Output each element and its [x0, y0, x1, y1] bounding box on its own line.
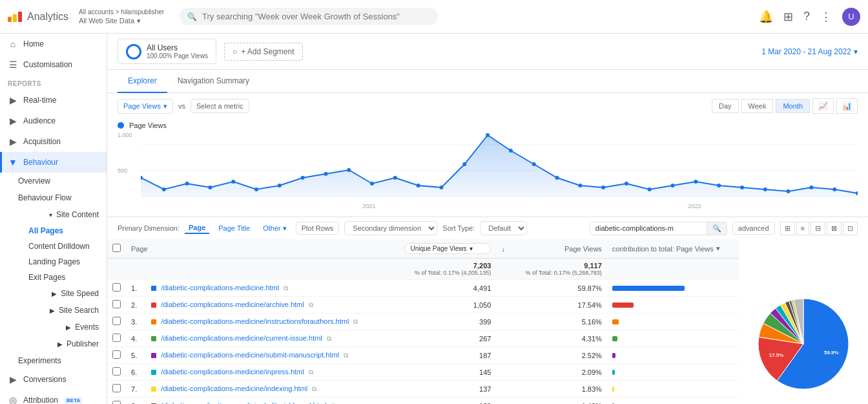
chevron-down-icon-contrib[interactable]: ▾ — [716, 244, 720, 253]
row-page-6: /diabetic-complications-medicine/inpress… — [146, 364, 399, 381]
sort-select[interactable]: Default — [480, 221, 527, 235]
dim-page-button[interactable]: Page — [185, 222, 209, 234]
avatar[interactable]: U — [842, 8, 860, 26]
sidebar-item-all-pages[interactable]: All Pages — [0, 223, 107, 239]
sidebar-item-events[interactable]: ▶ Events — [0, 319, 107, 335]
help-icon[interactable]: ? — [803, 10, 810, 23]
sidebar-item-landing-pages[interactable]: Landing Pages — [0, 254, 107, 270]
table-view-button[interactable]: ⊞ — [780, 222, 795, 235]
secondary-dim-select[interactable]: Secondary dimension — [344, 221, 437, 235]
apps-icon[interactable]: ⊞ — [783, 10, 793, 24]
sidebar-item-site-content[interactable]: ▾ Site Content — [0, 206, 107, 223]
expand-icon-5: ▾ — [49, 211, 52, 218]
page-icon-3[interactable]: ⧉ — [353, 318, 358, 325]
page-link-8[interactable]: /diabetic-complications-medicine/editori… — [161, 401, 326, 404]
page-link-1[interactable]: /diabetic-complications-medicine.html — [161, 284, 279, 292]
tab-navigation-summary[interactable]: Navigation Summary — [167, 70, 260, 93]
select-all-checkbox[interactable] — [112, 244, 121, 252]
col-header-unique-views[interactable]: Unique Page Views ▾ — [399, 239, 496, 259]
segment-all-users[interactable]: All Users 100.00% Page Views — [118, 39, 216, 64]
page-icon-4[interactable]: ⧉ — [327, 335, 331, 342]
day-button[interactable]: Day — [712, 99, 739, 113]
chevron-down-icon[interactable]: ▾ — [137, 17, 141, 25]
sidebar-item-behaviour[interactable]: ▼ Behaviour — [0, 152, 107, 173]
page-icon-1[interactable]: ⧉ — [284, 284, 288, 292]
svg-point-29 — [671, 184, 675, 187]
search-filter-input[interactable] — [590, 222, 707, 234]
sidebar-item-content-drilldown[interactable]: Content Drilldown — [0, 239, 107, 254]
dim-other-button[interactable]: Other ▾ — [259, 223, 291, 234]
plot-rows-button[interactable]: Plot Rows — [296, 222, 340, 235]
week-button[interactable]: Week — [741, 99, 774, 113]
dim-page-title-button[interactable]: Page Title — [214, 223, 254, 233]
sidebar-item-conversions[interactable]: ▶ Conversions — [0, 369, 107, 390]
col-header-contribution[interactable]: contribution to total: Page Views ▾ — [607, 239, 739, 259]
notifications-icon[interactable]: 🔔 — [759, 10, 773, 24]
sidebar-item-realtime[interactable]: ▶ Real-time — [0, 90, 107, 111]
sidebar-item-attribution[interactable]: ◎ Attribution BETA — [0, 390, 107, 404]
sidebar-item-customization[interactable]: ☰ Customisation — [0, 54, 107, 75]
select-metric[interactable]: Select a metric — [191, 99, 249, 113]
row-page-4: /diabetic-complications-medicine/current… — [146, 330, 399, 347]
content-area: All Users 100.00% Page Views ○ + Add Seg… — [107, 34, 868, 404]
unique-views-selector[interactable]: Unique Page Views ▾ — [404, 243, 491, 254]
page-link-2[interactable]: /diabetic-complications-medicine/archive… — [161, 301, 304, 308]
sidebar-item-acquisition[interactable]: ▶ Acquisition — [0, 131, 107, 152]
table-total-row: 7,203 % of Total: 0.17% (4,205,135) 9,11… — [107, 259, 739, 280]
sidebar-item-exit-pages[interactable]: Exit Pages — [0, 270, 107, 285]
page-color-1 — [151, 286, 156, 291]
row-checkbox-7[interactable] — [107, 381, 126, 398]
line-chart-button[interactable]: 📈 — [812, 98, 834, 114]
page-link-5[interactable]: /diabetic-complications-medicine/submit-… — [161, 351, 339, 359]
pivot-view-button[interactable]: ⊟ — [811, 222, 825, 235]
sidebar-item-experiments[interactable]: Experiments — [0, 352, 107, 369]
search-filter[interactable]: 🔍 — [590, 222, 727, 235]
heatmap-view-button[interactable]: ⊠ — [827, 222, 842, 235]
col-header-checkbox[interactable] — [107, 239, 126, 259]
page-icon-7[interactable]: ⧉ — [312, 385, 316, 392]
metric-selector[interactable]: Page Views ▾ — [118, 99, 173, 114]
page-link-6[interactable]: /diabetic-complications-medicine/inpress… — [161, 368, 304, 376]
page-link-4[interactable]: /diabetic-complications-medicine/current… — [161, 334, 322, 342]
sidebar-item-audience[interactable]: ▶ Audience — [0, 111, 107, 131]
expand-icon-9: ▶ — [57, 341, 63, 348]
sidebar-item-behaviour-flow[interactable]: Behaviour Flow — [0, 189, 107, 206]
page-icon-5[interactable]: ⧉ — [344, 352, 348, 359]
bar-chart-button[interactable]: 📊 — [836, 98, 858, 114]
advanced-button[interactable]: advanced — [732, 222, 775, 235]
more-vert-icon[interactable]: ⋮ — [820, 10, 832, 24]
sidebar-item-site-search[interactable]: ▶ Site Search — [0, 302, 107, 319]
page-link-7[interactable]: /diabetic-complications-medicine/indexin… — [161, 385, 307, 392]
breadcrumb[interactable]: All Web Site Data ▾ — [79, 17, 164, 25]
top-header: Analytics All accounts > hilarispublishe… — [0, 0, 868, 34]
page-icon-2[interactable]: ⧉ — [309, 301, 313, 308]
row-contribution-8 — [607, 398, 739, 405]
svg-point-24 — [555, 176, 559, 180]
row-unique-8: 120 — [399, 398, 496, 405]
comparison-view-button[interactable]: ≡ — [796, 222, 809, 235]
sidebar-item-site-speed[interactable]: ▶ Site Speed — [0, 285, 107, 302]
page-link-3[interactable]: /diabetic-complications-medicine/instruc… — [161, 317, 349, 325]
row-checkbox-8[interactable] — [107, 398, 126, 405]
row-checkbox-2[interactable] — [107, 297, 126, 314]
search-input[interactable] — [202, 12, 430, 21]
sidebar-item-overview[interactable]: Overview — [0, 173, 107, 189]
sidebar-item-publisher[interactable]: ▶ Publisher — [0, 335, 107, 352]
y-label-1000: 1,000 — [118, 132, 132, 138]
row-checkbox-1[interactable] — [107, 280, 126, 297]
row-checkbox-5[interactable] — [107, 347, 126, 364]
row-checkbox-3[interactable] — [107, 314, 126, 330]
row-checkbox-6[interactable] — [107, 364, 126, 381]
date-range-selector[interactable]: 1 Mar 2020 - 21 Aug 2022 ▾ — [761, 47, 858, 56]
col-header-sort-arrow[interactable]: ↓ — [496, 239, 510, 259]
export-button[interactable]: ⊡ — [843, 222, 858, 235]
page-icon-6[interactable]: ⧉ — [309, 368, 313, 376]
sidebar: ⌂ Home ☰ Customisation REPORTS ▶ Real-ti… — [0, 34, 107, 404]
tab-explorer[interactable]: Explorer — [118, 70, 167, 93]
month-button[interactable]: Month — [776, 99, 810, 113]
add-segment-button[interactable]: ○ + Add Segment — [224, 43, 303, 61]
search-bar[interactable]: 🔍 — [180, 8, 438, 25]
search-icon-btn[interactable]: 🔍 — [707, 222, 727, 235]
sidebar-item-home[interactable]: ⌂ Home — [0, 34, 107, 54]
row-checkbox-4[interactable] — [107, 330, 126, 347]
